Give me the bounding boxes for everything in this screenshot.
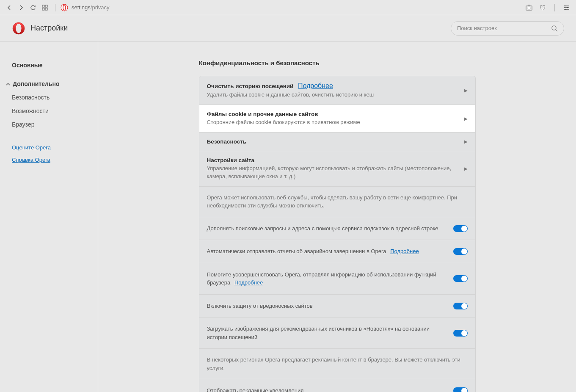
section-title: Конфиденциальность и безопасность	[199, 59, 476, 66]
toggle-news-images[interactable]	[453, 330, 468, 337]
chevron-right-icon: ▶	[464, 88, 468, 93]
option-ad-notifications: Отображать рекламные уведомления	[199, 379, 475, 392]
opera-icon	[61, 4, 68, 11]
clear-history-subtitle: Удалить файлы cookie и данные сайтов, оч…	[207, 91, 459, 99]
cookies-subtitle: Сторонние файлы cookie блокируются в при…	[207, 119, 459, 126]
toggle-usage-stats[interactable]	[453, 275, 468, 282]
sidebar-basic-label: Основные	[12, 62, 43, 69]
toggle-crash-reports[interactable]	[453, 248, 468, 255]
opera-logo	[12, 22, 25, 35]
sidebar-link-rate[interactable]: Оцените Opera	[0, 141, 98, 154]
main-content: Конфиденциальность и безопасность Очисти…	[98, 41, 576, 392]
search-box[interactable]	[451, 21, 564, 36]
heart-button[interactable]	[537, 3, 548, 13]
option-malware-label: Включить защиту от вредоносных сайтов	[207, 303, 313, 309]
sidebar: Основные Дополнительно Безопасность Возм…	[0, 41, 98, 392]
option-usage-stats: Помогите усовершенствовать Opera, отправ…	[199, 263, 475, 295]
sidebar-rate-label: Оцените Opera	[12, 144, 51, 151]
sidebar-advanced-label: Дополнительно	[13, 80, 59, 87]
url-path: /privacy	[91, 4, 110, 11]
sidebar-link-help[interactable]: Справка Opera	[0, 154, 98, 166]
clear-history-row[interactable]: Очистить историю посещений Подробнее Уда…	[199, 76, 475, 105]
privacy-card-group: Очистить историю посещений Подробнее Уда…	[199, 76, 476, 392]
reload-button[interactable]	[28, 3, 38, 13]
option-malware-protection: Включить защиту от вредоносных сайтов	[199, 295, 475, 318]
chevron-right-icon: ▶	[464, 139, 468, 144]
chevron-up-icon	[6, 80, 10, 87]
cookies-row[interactable]: Файлы cookie и прочие данные сайтов Стор…	[199, 105, 475, 133]
toolbar-divider	[55, 4, 55, 11]
security-title: Безопасность	[207, 138, 459, 145]
sidebar-item-browser[interactable]: Браузер	[0, 118, 98, 131]
svg-rect-2	[42, 8, 44, 10]
svg-point-13	[567, 7, 568, 8]
svg-rect-3	[45, 8, 47, 10]
chevron-right-icon: ▶	[464, 166, 468, 171]
option-usage-link[interactable]: Подробнее	[234, 279, 263, 286]
svg-point-12	[565, 5, 566, 6]
option-crash-link[interactable]: Подробнее	[390, 248, 419, 254]
sidebar-item-basic[interactable]: Основные	[0, 58, 98, 72]
toggle-autocomplete[interactable]	[453, 225, 468, 232]
svg-point-6	[63, 5, 66, 9]
settings-header: Настройки	[0, 15, 576, 41]
search-icon	[551, 25, 558, 32]
site-settings-row[interactable]: Настройки сайта Управление информацией, …	[199, 151, 475, 186]
svg-point-14	[565, 8, 567, 10]
option-adnotif-label: Отображать рекламные уведомления	[207, 387, 304, 392]
option-autocomplete-label: Дополнять поисковые запросы и адреса с п…	[207, 225, 438, 232]
option-news-images: Загружать изображения для рекомендованны…	[199, 317, 475, 349]
url-bar[interactable]: settings/privacy	[61, 4, 110, 11]
forward-button[interactable]	[16, 3, 26, 13]
sidebar-browser-label: Браузер	[12, 121, 34, 128]
option-crash-label: Автоматически отправлять отчеты об авари…	[207, 248, 386, 254]
search-input[interactable]	[457, 25, 551, 31]
ad-content-info: В некоторых регионах Opera предлагает ре…	[199, 349, 475, 379]
sidebar-item-security[interactable]: Безопасность	[0, 91, 98, 104]
toolbar-divider-right	[554, 4, 555, 11]
url-prefix: settings	[72, 4, 91, 11]
toggle-malware-protection[interactable]	[453, 303, 468, 309]
cookies-title: Файлы cookie и прочие данные сайтов	[207, 111, 459, 117]
security-row[interactable]: Безопасность ▶	[199, 133, 475, 151]
back-button[interactable]	[4, 3, 14, 13]
page-title: Настройки	[30, 24, 68, 33]
sidebar-features-label: Возможности	[12, 108, 49, 114]
svg-rect-1	[45, 5, 47, 7]
option-news-label: Загружать изображения для рекомендованны…	[207, 326, 430, 340]
svg-line-22	[556, 30, 557, 31]
sidebar-item-features[interactable]: Возможности	[0, 104, 98, 118]
toggle-ad-notifications[interactable]	[453, 387, 468, 392]
sidebar-help-label: Справка Opera	[12, 157, 50, 163]
site-settings-title: Настройки сайта	[207, 157, 459, 163]
chevron-right-icon: ▶	[464, 116, 468, 121]
clear-history-title: Очистить историю посещений	[207, 83, 294, 89]
site-settings-subtitle: Управление информацией, которую могут ис…	[207, 165, 459, 180]
clear-history-link[interactable]: Подробнее	[298, 82, 333, 89]
option-autocomplete: Дополнять поисковые запросы и адреса с п…	[199, 217, 475, 240]
svg-point-21	[552, 26, 556, 30]
snapshot-button[interactable]	[524, 3, 534, 13]
web-services-info: Opera может использовать веб-службы, что…	[199, 187, 475, 217]
svg-rect-0	[42, 5, 44, 7]
svg-point-20	[16, 24, 21, 33]
menu-button[interactable]	[562, 3, 572, 13]
browser-toolbar: settings/privacy	[0, 0, 576, 15]
sidebar-item-advanced[interactable]: Дополнительно	[0, 77, 98, 91]
option-crash-reports: Автоматически отправлять отчеты об авари…	[199, 240, 475, 263]
svg-point-8	[528, 7, 530, 9]
speed-dial-button[interactable]	[40, 3, 50, 13]
sidebar-security-label: Безопасность	[12, 94, 50, 101]
